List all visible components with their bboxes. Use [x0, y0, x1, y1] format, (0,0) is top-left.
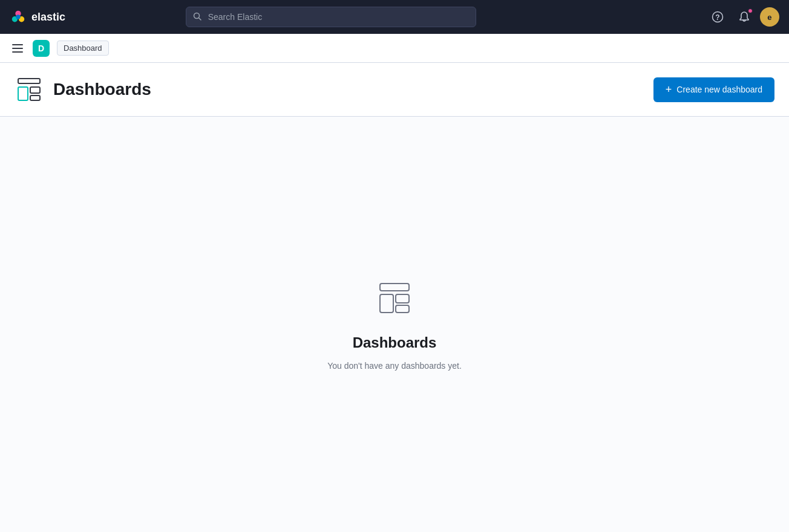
- svg-text:?: ?: [715, 13, 719, 22]
- breadcrumb-bar: D Dashboard: [0, 34, 789, 63]
- navbar-right: ? e: [707, 6, 779, 28]
- svg-rect-11: [30, 96, 40, 100]
- page-header: Dashboards + Create new dashboard: [0, 63, 789, 117]
- elastic-logo-text: elastic: [31, 11, 65, 24]
- dashboards-page-icon: [15, 75, 44, 104]
- help-icon: ?: [712, 11, 724, 23]
- page-title-group: Dashboards: [15, 75, 151, 104]
- hamburger-icon: [12, 44, 23, 45]
- svg-rect-12: [380, 284, 409, 291]
- page-title: Dashboards: [53, 80, 151, 99]
- hamburger-icon: [12, 51, 23, 53]
- svg-line-5: [198, 18, 201, 20]
- empty-state-subtitle: You don't have any dashboards yet.: [327, 361, 462, 371]
- top-navbar: elastic ? e: [0, 0, 789, 34]
- plus-icon: +: [666, 83, 672, 96]
- search-bar: [186, 7, 476, 27]
- breadcrumb-item[interactable]: Dashboard: [57, 41, 109, 56]
- empty-state: Dashboards You don't have any dashboards…: [0, 117, 789, 532]
- svg-rect-9: [18, 87, 28, 100]
- elastic-logo-icon: [10, 8, 27, 25]
- empty-state-icon: [375, 279, 414, 320]
- hamburger-icon: [12, 48, 23, 49]
- svg-rect-15: [396, 305, 409, 313]
- create-new-dashboard-button[interactable]: + Create new dashboard: [653, 77, 774, 102]
- notifications-button[interactable]: [733, 6, 755, 28]
- svg-point-3: [16, 15, 20, 19]
- create-button-label: Create new dashboard: [676, 85, 762, 94]
- help-button[interactable]: ?: [707, 6, 728, 28]
- hamburger-menu-button[interactable]: [10, 42, 25, 55]
- elastic-logo[interactable]: elastic: [10, 8, 65, 25]
- main-content: Dashboards + Create new dashboard Dashbo…: [0, 63, 789, 532]
- search-input[interactable]: [186, 7, 476, 27]
- svg-rect-10: [30, 87, 40, 93]
- notification-badge: [748, 8, 753, 13]
- svg-rect-8: [18, 79, 40, 83]
- user-avatar[interactable]: e: [760, 7, 779, 27]
- app-icon[interactable]: D: [33, 40, 50, 57]
- svg-rect-14: [396, 294, 409, 303]
- svg-rect-13: [380, 294, 393, 313]
- search-icon: [193, 12, 201, 22]
- empty-state-title: Dashboards: [353, 334, 437, 351]
